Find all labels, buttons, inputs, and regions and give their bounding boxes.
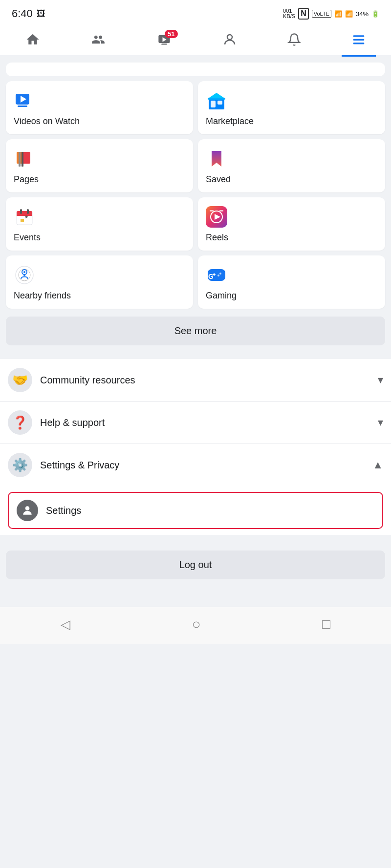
main-content: Videos on Watch Marketplace — [0, 57, 391, 345]
community-label: Community resources — [40, 375, 378, 386]
svg-rect-24 — [21, 219, 24, 222]
pages-label: Pages — [14, 174, 185, 185]
events-label: Events — [14, 233, 185, 243]
settings-privacy-row[interactable]: ⚙️ Settings & Privacy ▲ — [0, 444, 391, 486]
gear-icon: ⚙️ — [12, 458, 28, 473]
help-label: Help & support — [40, 417, 378, 428]
friends-icon — [90, 33, 106, 50]
svg-rect-14 — [208, 98, 225, 100]
expandable-sections: 🤝 Community resources ▾ ❓ Help & support… — [0, 359, 391, 486]
settings-privacy-chevron-icon: ▲ — [372, 459, 383, 471]
section-divider-2 — [0, 535, 391, 543]
volte-icon: VoLTE — [312, 10, 331, 18]
settings-label: Settings — [46, 505, 81, 516]
svg-rect-5 — [353, 42, 364, 44]
svg-rect-1 — [161, 43, 167, 44]
nearby-icon — [14, 264, 35, 286]
settings-avatar — [17, 500, 38, 521]
status-icons: 001KB/S N VoLTE 📶 📶 34% 🔋 — [283, 8, 379, 20]
community-icon: 🤝 — [12, 373, 28, 388]
top-partial-card — [6, 63, 385, 76]
shortcut-videos-on-watch[interactable]: Videos on Watch — [6, 81, 193, 134]
saved-icon — [206, 148, 227, 169]
battery-label: 34% — [356, 10, 369, 18]
marketplace-label: Marketplace — [206, 116, 377, 127]
settings-icon-wrap: ⚙️ — [8, 453, 32, 477]
wifi-icon: 📶 — [334, 10, 342, 18]
shortcut-saved[interactable]: Saved — [198, 139, 385, 192]
android-nav-bar: ◁ ○ □ — [0, 607, 391, 644]
settings-item[interactable]: Settings — [8, 492, 383, 529]
see-more-button[interactable]: See more — [6, 317, 385, 345]
svg-rect-16 — [19, 152, 21, 167]
svg-point-36 — [23, 274, 25, 276]
svg-point-35 — [23, 271, 25, 273]
section-divider-1 — [0, 350, 391, 354]
pages-icon — [14, 148, 35, 169]
shortcut-events[interactable]: ★ Events — [6, 197, 193, 251]
svg-point-43 — [25, 506, 30, 510]
nav-bar: 51 — [0, 25, 391, 57]
svg-rect-22 — [20, 209, 22, 214]
logout-button[interactable]: Log out — [6, 550, 385, 579]
nav-menu[interactable] — [342, 29, 376, 53]
svg-point-40 — [219, 273, 221, 275]
svg-rect-18 — [22, 152, 23, 167]
svg-rect-12 — [211, 101, 216, 107]
shortcut-reels[interactable]: Reels — [198, 197, 385, 251]
help-chevron-icon: ▾ — [378, 416, 383, 429]
svg-rect-9 — [18, 106, 27, 107]
svg-rect-39 — [214, 273, 215, 276]
svg-point-41 — [217, 275, 219, 276]
svg-rect-23 — [27, 209, 29, 214]
nav-profile[interactable] — [213, 29, 247, 53]
status-time: 6:40 🖼 — [12, 7, 45, 20]
reels-label: Reels — [206, 233, 377, 243]
saved-label: Saved — [206, 174, 377, 185]
settings-section: Settings — [0, 486, 391, 535]
events-icon: ★ — [14, 206, 35, 228]
help-icon-wrap: ❓ — [8, 410, 32, 435]
home-icon — [25, 32, 40, 50]
spacer — [0, 587, 391, 607]
reels-icon — [206, 206, 227, 228]
image-icon: 🖼 — [37, 9, 45, 19]
help-icon: ❓ — [12, 415, 28, 430]
nav-home[interactable] — [16, 29, 50, 53]
svg-text:★: ★ — [24, 214, 28, 219]
nearby-label: Nearby friends — [14, 291, 185, 301]
svg-text:G: G — [208, 273, 214, 280]
svg-rect-13 — [217, 101, 222, 105]
nav-watch[interactable]: 51 — [147, 30, 182, 53]
svg-point-2 — [227, 35, 232, 40]
profile-icon — [222, 32, 237, 50]
status-bar: 6:40 🖼 001KB/S N VoLTE 📶 📶 34% 🔋 — [0, 0, 391, 25]
svg-rect-4 — [353, 39, 364, 41]
nav-notifications[interactable] — [278, 29, 311, 53]
settings-privacy-label: Settings & Privacy — [40, 460, 372, 471]
shortcuts-grid: Videos on Watch Marketplace — [6, 81, 385, 309]
nfc-icon: N — [298, 8, 309, 20]
nav-friends[interactable] — [81, 30, 116, 53]
community-resources-row[interactable]: 🤝 Community resources ▾ — [0, 359, 391, 402]
battery-icon: 🔋 — [371, 10, 379, 18]
help-support-row[interactable]: ❓ Help & support ▾ — [0, 402, 391, 444]
bell-icon — [287, 32, 301, 50]
svg-rect-17 — [22, 152, 30, 164]
home-button[interactable]: ○ — [192, 616, 200, 633]
shortcut-pages[interactable]: Pages — [6, 139, 193, 192]
back-button[interactable]: ◁ — [61, 617, 70, 632]
shortcut-gaming[interactable]: G Gaming — [198, 255, 385, 309]
svg-rect-3 — [353, 35, 364, 37]
watch-badge: 51 — [165, 30, 177, 38]
gaming-label: Gaming — [206, 291, 377, 301]
menu-icon — [351, 32, 366, 50]
marketplace-icon — [206, 90, 227, 111]
recent-button[interactable]: □ — [322, 616, 330, 632]
logout-section: Log out — [0, 543, 391, 587]
shortcut-nearby-friends[interactable]: Nearby friends — [6, 255, 193, 309]
videos-icon — [14, 90, 35, 111]
svg-rect-31 — [219, 210, 223, 212]
shortcut-marketplace[interactable]: Marketplace — [198, 81, 385, 134]
community-icon-wrap: 🤝 — [8, 368, 32, 392]
